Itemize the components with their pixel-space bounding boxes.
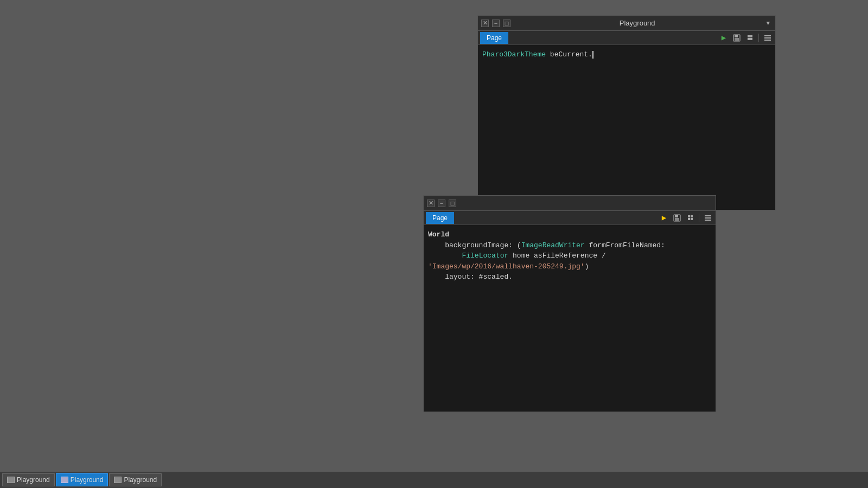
code-world: World: [428, 230, 449, 239]
code-class-pharo: Pharo3DarkTheme: [482, 50, 546, 59]
playground-window-2: ✕ − □ Page ▶: [423, 195, 716, 412]
minimize-button-2[interactable]: −: [438, 200, 445, 207]
minimize-button-1[interactable]: −: [492, 20, 500, 27]
menu-button-2[interactable]: [703, 213, 713, 223]
code-editor-1[interactable]: Pharo3DarkTheme beCurrent.: [478, 45, 775, 210]
taskbar-item-0[interactable]: Playground: [2, 473, 55, 486]
code-close-paren: ): [585, 262, 589, 271]
page-tab-2[interactable]: Page: [426, 212, 454, 224]
taskbar: Playground Playground Playground: [0, 472, 868, 488]
separator-2: [699, 214, 699, 222]
playground-window-1: ✕ − □ Playground ▼ Page ▶: [477, 15, 776, 210]
run-button-2[interactable]: ▶: [659, 213, 669, 223]
toolbar-actions-1: ▶: [718, 33, 773, 43]
window-controls-1: ✕ − □: [481, 20, 510, 27]
toolbar-2: Page ▶: [424, 211, 716, 225]
svg-rect-5: [675, 218, 679, 221]
code-bg-image-label: backgroundImage: (: [428, 241, 521, 249]
window-title-1: Playground: [510, 19, 764, 27]
maximize-button-2[interactable]: □: [449, 200, 456, 207]
taskbar-icon-0: [7, 477, 15, 483]
toolbar-1: Page ▶: [478, 31, 775, 45]
code-layout: layout: #scaled.: [428, 273, 513, 281]
svg-rect-1: [735, 35, 738, 37]
separator-1: [758, 34, 759, 42]
taskbar-label-2: Playground: [124, 476, 157, 484]
taskbar-label-0: Playground: [17, 476, 50, 484]
close-button-1[interactable]: ✕: [481, 20, 489, 27]
code-string-path: 'Images/wp/2016/wallhaven-205249.jpg': [428, 262, 585, 271]
taskbar-icon-1: [61, 477, 68, 483]
save-button-1[interactable]: [731, 33, 742, 43]
code-indent-2: [428, 252, 462, 260]
code-method-becurrent: beCurrent.: [546, 50, 592, 59]
svg-rect-4: [675, 215, 678, 217]
menu-button-1[interactable]: [762, 33, 773, 43]
dropdown-button-1[interactable]: ▼: [764, 19, 772, 28]
page-tab-1[interactable]: Page: [480, 32, 508, 44]
window-controls-2: ✕ − □: [427, 200, 456, 207]
code-form-fromfilenamed: formFromFileNamed:: [585, 241, 665, 249]
code-class-imagereadwriter: ImageReadWriter: [521, 241, 585, 249]
cursor-1: [592, 51, 593, 59]
save-button-2[interactable]: [672, 213, 682, 223]
toolbar-actions-2: ▶: [659, 213, 713, 223]
code-editor-2[interactable]: World backgroundImage: (ImageReadWriter …: [424, 225, 716, 412]
code-home-asfilereference: home asFileReference /: [508, 252, 605, 260]
taskbar-item-1[interactable]: Playground: [56, 473, 108, 486]
maximize-button-1[interactable]: □: [503, 20, 510, 27]
taskbar-item-2[interactable]: Playground: [109, 473, 162, 486]
layout-button-2[interactable]: [685, 213, 695, 223]
taskbar-label-1: Playground: [71, 476, 104, 484]
run-button-1[interactable]: ▶: [718, 33, 729, 43]
titlebar-2: ✕ − □: [424, 196, 716, 211]
code-class-filelocator: FileLocator: [462, 252, 508, 260]
layout-button-1[interactable]: [744, 33, 755, 43]
close-button-2[interactable]: ✕: [427, 200, 435, 207]
taskbar-icon-2: [114, 477, 122, 483]
svg-rect-2: [735, 38, 739, 41]
titlebar-1: ✕ − □ Playground ▼: [478, 16, 775, 31]
